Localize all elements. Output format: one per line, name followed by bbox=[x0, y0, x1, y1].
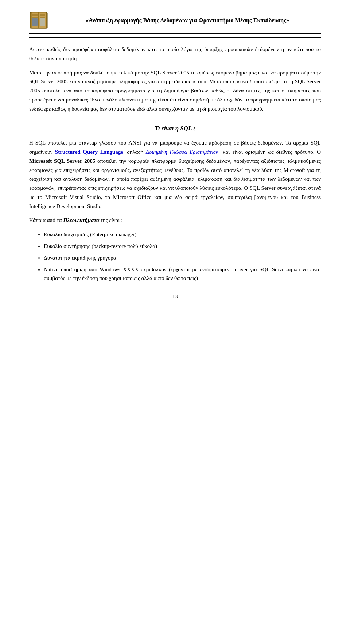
content-section: Access καθώς δεν προσφέρει ασφάλεια δεδο… bbox=[29, 45, 321, 283]
advantages-bold-text: Πλεονεκτήματα bbox=[63, 217, 99, 223]
structured-query-language-text: Structured Query Language bbox=[55, 149, 123, 155]
header-section: «Ανάπτυξη εφαρμογής Βάσης Δεδομένων για … bbox=[29, 11, 321, 34]
svg-rect-3 bbox=[32, 14, 38, 15]
page-container: «Ανάπτυξη εφαρμογής Βάσης Δεδομένων για … bbox=[0, 0, 350, 644]
book-icon bbox=[29, 11, 48, 30]
separator-line bbox=[29, 37, 321, 38]
advantages-list: Ευκολία διαχείρισης (Enterprise manager)… bbox=[44, 230, 321, 283]
header-title: «Ανάπτυξη εφαρμογής Βάσης Δεδομένων για … bbox=[54, 17, 321, 24]
page-number: 13 bbox=[29, 294, 321, 300]
svg-rect-5 bbox=[32, 17, 38, 18]
greek-translation-text: Δομημένη Γλώσσα Ερωτημάτων bbox=[146, 149, 218, 155]
microsoft-sql-server-text: Microsoft SQL Server 2005 bbox=[29, 158, 95, 164]
svg-rect-6 bbox=[40, 14, 45, 15]
list-item: Δυνατότητα εκμάθησης γρήγορα bbox=[44, 253, 321, 262]
paragraph-access: Access καθώς δεν προσφέρει ασφάλεια δεδο… bbox=[29, 45, 321, 63]
list-item: Native υποστήριξη από Windows XXXX περιβ… bbox=[44, 265, 321, 283]
svg-rect-4 bbox=[32, 15, 38, 16]
list-item: Ευκολία διαχείρισης (Enterprise manager) bbox=[44, 230, 321, 239]
paragraph-sql-desc: Η SQL αποτελεί μια στάνταρ γλώσσα του AN… bbox=[29, 138, 321, 211]
paragraph-sqlserver: Μετά την απόφασή μας να δουλέψουμε τελικ… bbox=[29, 68, 321, 114]
paragraph-advantages-label: Κάποια από τα Πλεονεκτήματα της είναι : bbox=[29, 216, 321, 225]
svg-rect-9 bbox=[32, 18, 38, 26]
svg-rect-8 bbox=[40, 17, 45, 18]
list-item: Ευκολία συντήρησης (backup-restore πολύ … bbox=[44, 242, 321, 250]
svg-rect-10 bbox=[40, 18, 45, 26]
section-heading-sql: Τι είναι η SQL ; bbox=[29, 123, 321, 133]
svg-rect-7 bbox=[40, 15, 45, 16]
